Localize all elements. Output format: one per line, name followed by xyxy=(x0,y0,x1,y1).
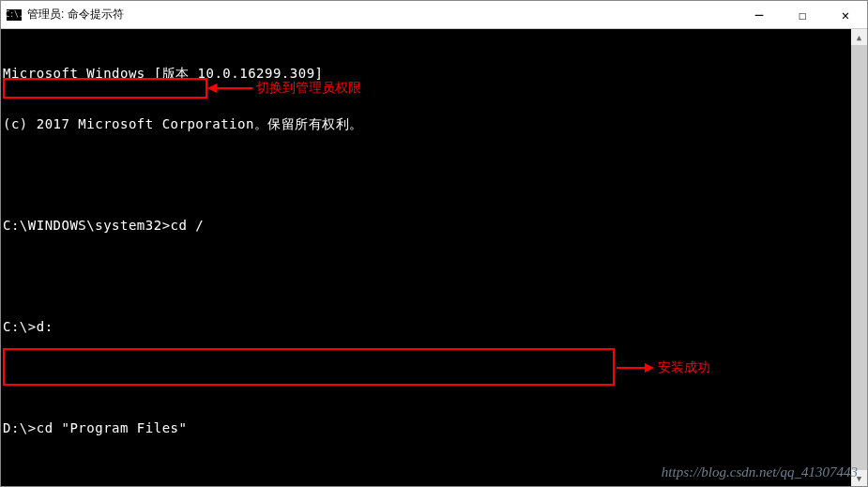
scroll-up-button[interactable]: ▲ xyxy=(851,29,867,45)
cmd-icon: C:\. xyxy=(7,9,22,21)
scroll-thumb[interactable] xyxy=(851,45,867,470)
window-title: 管理员: 命令提示符 xyxy=(27,7,738,23)
minimize-button[interactable]: ─ xyxy=(738,1,781,28)
close-button[interactable]: ✕ xyxy=(824,1,867,28)
titlebar[interactable]: C:\. 管理员: 命令提示符 ─ ☐ ✕ xyxy=(1,1,867,29)
terminal-line: C:\WINDOWS\system32>cd / xyxy=(3,217,867,234)
scroll-down-button[interactable]: ▼ xyxy=(851,470,867,486)
terminal-line xyxy=(3,166,867,183)
vertical-scrollbar[interactable]: ▲ ▼ xyxy=(851,29,867,486)
cmd-window: C:\. 管理员: 命令提示符 ─ ☐ ✕ Microsoft Windows … xyxy=(0,0,868,487)
maximize-button[interactable]: ☐ xyxy=(781,1,824,28)
terminal-area[interactable]: Microsoft Windows [版本 10.0.16299.309] (c… xyxy=(1,29,867,486)
terminal-line xyxy=(3,267,867,284)
terminal-line xyxy=(3,470,867,486)
terminal-line xyxy=(3,369,867,386)
terminal-line: D:\>cd "Program Files" xyxy=(3,419,867,436)
terminal-line: (c) 2017 Microsoft Corporation。保留所有权利。 xyxy=(3,115,867,132)
terminal-line: C:\>d: xyxy=(3,318,867,335)
window-controls: ─ ☐ ✕ xyxy=(738,1,867,28)
terminal-line: Microsoft Windows [版本 10.0.16299.309] xyxy=(3,65,867,82)
